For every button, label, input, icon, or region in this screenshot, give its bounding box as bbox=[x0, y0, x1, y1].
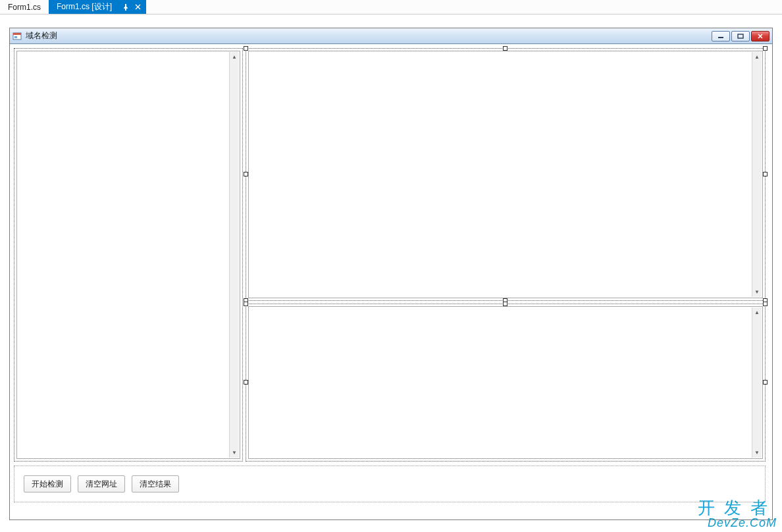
form-titlebar: 域名检测 bbox=[10, 28, 772, 44]
minimize-button[interactable] bbox=[712, 31, 730, 41]
button-label: 开始检测 bbox=[32, 479, 63, 490]
document-tab-bar: Form1.cs Form1.cs [设计] bbox=[0, 0, 782, 14]
tab-label: Form1.cs bbox=[8, 3, 41, 12]
resize-handle[interactable] bbox=[763, 172, 768, 176]
form-title: 域名检测 bbox=[26, 30, 712, 41]
right-bottom-textbox-selection[interactable]: ▲ ▼ bbox=[246, 304, 766, 462]
svg-rect-3 bbox=[718, 37, 723, 38]
scroll-down-icon[interactable]: ▼ bbox=[230, 448, 239, 458]
svg-rect-4 bbox=[738, 34, 743, 38]
resize-handle[interactable] bbox=[763, 46, 768, 51]
resize-handle[interactable] bbox=[763, 380, 768, 385]
resize-handle[interactable] bbox=[503, 46, 508, 51]
button-label: 清空网址 bbox=[86, 479, 117, 490]
scrollbar-vertical[interactable]: ▲ ▼ bbox=[752, 307, 762, 458]
scroll-down-icon[interactable]: ▼ bbox=[752, 448, 762, 458]
left-textbox[interactable]: ▲ ▼ bbox=[16, 51, 240, 459]
button-panel[interactable]: 开始检测 清空网址 清空结果 bbox=[14, 466, 766, 502]
pin-icon[interactable] bbox=[121, 3, 130, 12]
resize-handle[interactable] bbox=[763, 302, 768, 306]
tab-form1-code[interactable]: Form1.cs bbox=[0, 0, 49, 14]
scroll-up-icon[interactable]: ▲ bbox=[752, 307, 762, 317]
form-icon bbox=[13, 32, 22, 41]
resize-handle[interactable] bbox=[244, 172, 248, 176]
tab-form1-design[interactable]: Form1.cs [设计] bbox=[49, 0, 146, 14]
right-top-textbox-selection[interactable]: ▲ ▼ bbox=[246, 48, 766, 301]
window-controls bbox=[712, 31, 769, 41]
svg-rect-1 bbox=[13, 33, 21, 35]
right-bottom-textbox[interactable]: ▲ ▼ bbox=[248, 306, 763, 459]
scroll-down-icon[interactable]: ▼ bbox=[752, 287, 762, 297]
scrollbar-vertical[interactable]: ▲ ▼ bbox=[229, 52, 239, 458]
left-textbox-selection[interactable]: ▲ ▼ bbox=[14, 48, 243, 462]
scroll-up-icon[interactable]: ▲ bbox=[230, 52, 239, 62]
resize-handle[interactable] bbox=[503, 302, 508, 306]
scrollbar-vertical[interactable]: ▲ ▼ bbox=[752, 52, 762, 297]
svg-rect-2 bbox=[14, 36, 17, 38]
close-button[interactable] bbox=[751, 31, 769, 41]
right-top-textbox[interactable]: ▲ ▼ bbox=[248, 51, 763, 298]
close-icon[interactable] bbox=[133, 3, 142, 12]
resize-handle[interactable] bbox=[244, 380, 248, 385]
button-label: 清空结果 bbox=[140, 479, 171, 490]
resize-handle[interactable] bbox=[244, 46, 248, 51]
maximize-button[interactable] bbox=[731, 31, 750, 41]
form-client-area: ▲ ▼ ▲ ▼ bbox=[10, 44, 772, 519]
resize-handle[interactable] bbox=[244, 302, 248, 306]
tab-label: Form1.cs [设计] bbox=[57, 1, 112, 13]
form-designer-surface[interactable]: 域名检测 ▲ ▼ bbox=[9, 28, 773, 520]
clear-urls-button[interactable]: 清空网址 bbox=[78, 475, 125, 492]
scroll-up-icon[interactable]: ▲ bbox=[752, 52, 762, 62]
clear-results-button[interactable]: 清空结果 bbox=[132, 475, 179, 492]
start-detect-button[interactable]: 开始检测 bbox=[24, 475, 71, 492]
